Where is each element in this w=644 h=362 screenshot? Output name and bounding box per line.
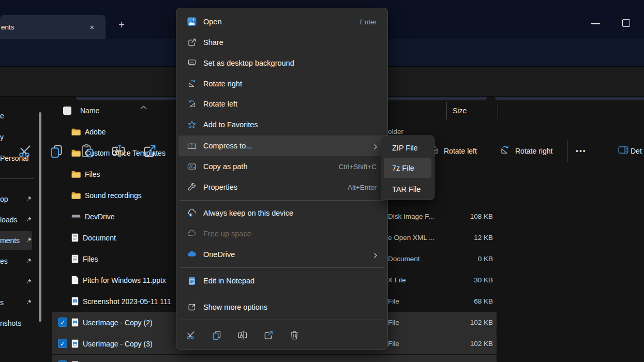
image-file-icon	[71, 318, 79, 327]
menu-item-rotate-right[interactable]: Rotate right	[178, 73, 386, 94]
menu-item-always-keep-on-device[interactable]: Always keep on this device	[178, 203, 386, 223]
pin-icon	[25, 237, 32, 245]
star-icon	[187, 119, 197, 130]
menu-item-label: OneDrive	[203, 250, 235, 259]
rotate-right-button[interactable]: Rotate right	[515, 139, 552, 163]
sidebar-item-desktop[interactable]: op	[0, 190, 50, 208]
drive-icon	[71, 213, 81, 220]
rename-button[interactable]	[233, 325, 252, 345]
sidebar-item-label: e	[0, 112, 4, 120]
select-all-checkbox[interactable]	[63, 107, 71, 115]
menu-item-label: Add to Favorites	[203, 120, 258, 129]
share-button[interactable]	[259, 325, 278, 345]
desktop-background-icon	[187, 58, 197, 68]
column-separator[interactable]	[498, 102, 498, 119]
menu-item-open[interactable]: Open Enter	[178, 11, 386, 32]
maximize-button[interactable]	[622, 19, 630, 27]
rotate-right-icon[interactable]	[498, 144, 512, 158]
new-tab-button[interactable]: +	[115, 19, 128, 32]
copy-button[interactable]	[207, 325, 226, 345]
checkbox-checked[interactable]: ✓	[58, 318, 67, 327]
sort-ascending-icon[interactable]	[140, 102, 147, 112]
share-icon	[263, 329, 274, 341]
menu-item-add-to-favorites[interactable]: Add to Favorites	[178, 114, 386, 135]
file-size: 0 KB	[437, 255, 493, 263]
file-type: Document	[388, 255, 420, 263]
cloud-sync-check-icon	[187, 208, 197, 218]
rotate-left-icon	[187, 99, 197, 109]
onedrive-cloud-icon	[187, 249, 197, 260]
folder-icon	[71, 149, 81, 157]
sidebar-item-downloads[interactable]: loads	[0, 210, 50, 229]
sidebar-item-music[interactable]	[0, 273, 50, 291]
menu-item-edit-in-notepad[interactable]: Edit in Notepad	[178, 270, 386, 291]
file-name: DevDrive	[85, 213, 115, 221]
copy-icon	[211, 329, 222, 341]
notepad-icon	[187, 276, 197, 286]
details-pane-icon[interactable]	[617, 144, 630, 158]
sidebar-scrollbar[interactable]	[39, 112, 41, 322]
menu-item-label: Share	[203, 38, 223, 47]
cut-button[interactable]	[182, 325, 200, 345]
menu-item-label: Open	[203, 18, 221, 26]
sidebar-item-home[interactable]: e	[0, 107, 50, 125]
sidebar-item-pictures[interactable]: es	[0, 252, 50, 270]
menu-item-shortcut: Alt+Enter	[348, 184, 377, 191]
sidebar-item-label: nshots	[0, 319, 21, 327]
column-separator[interactable]	[446, 102, 447, 119]
submenu-item-zip-file[interactable]: ZIP File	[384, 138, 431, 158]
file-type: File	[388, 297, 399, 305]
zip-folder-icon	[187, 141, 197, 151]
submenu-item-tar-file[interactable]: TAR File	[384, 179, 431, 199]
details-pane-button-partial[interactable]: Det	[631, 139, 642, 163]
sidebar-divider	[0, 340, 34, 340]
sidebar-item-onedrive-personal[interactable]: Personal	[0, 149, 50, 168]
menu-item-share[interactable]: Share	[178, 32, 386, 53]
submenu-chevron-icon	[372, 143, 379, 152]
file-row-selected-partial[interactable]: ✓	[52, 355, 497, 362]
file-name: Files	[85, 170, 100, 178]
menu-item-label: Always keep on this device	[203, 209, 293, 217]
menu-item-rotate-left[interactable]: Rotate left	[178, 94, 386, 114]
folder-icon	[71, 192, 81, 199]
file-explorer-window: ents × + OneDrive › Zac	[0, 0, 644, 362]
sidebar-item-videos[interactable]: s	[0, 293, 50, 312]
menu-item-properties[interactable]: Properties Alt+Enter	[178, 177, 386, 198]
tab-close-icon[interactable]: ×	[86, 21, 98, 34]
toolbar-divider	[567, 140, 568, 162]
menu-item-label: Compress to...	[203, 142, 252, 150]
menu-item-set-as-desktop-background[interactable]: Set as desktop background	[178, 53, 386, 73]
sidebar-divider	[0, 178, 34, 179]
menu-item-compress-to[interactable]: Compress to...	[178, 135, 386, 156]
sidebar-item-screenshots[interactable]: nshots	[0, 314, 50, 333]
file-name: Files	[83, 255, 98, 263]
sidebar-item-documents[interactable]: ments	[0, 231, 32, 250]
menu-item-label: Free up space	[203, 230, 251, 238]
column-header-name[interactable]: Name	[80, 103, 99, 118]
minimize-button[interactable]	[591, 23, 600, 24]
file-name: Screenshot 2023-05-11 111	[83, 297, 171, 306]
pin-icon	[25, 216, 32, 224]
checkbox-checked[interactable]: ✓	[58, 339, 67, 348]
document-icon	[71, 254, 79, 263]
submenu-item-7z-file[interactable]: 7z File	[384, 158, 431, 178]
sidebar-item-gallery[interactable]: y	[0, 128, 50, 146]
tab-documents[interactable]: ents ×	[0, 15, 106, 39]
file-type: older	[388, 128, 403, 135]
more-options-button[interactable]: •••	[576, 139, 587, 163]
menu-item-show-more-options[interactable]: Show more options	[178, 297, 386, 318]
rename-icon	[237, 329, 248, 341]
file-icon	[71, 276, 79, 284]
cut-icon	[185, 329, 197, 341]
menu-divider	[179, 294, 384, 294]
column-header-size[interactable]: Size	[453, 103, 467, 118]
menu-item-label: Show more options	[203, 303, 267, 311]
menu-item-label: Rotate right	[203, 80, 242, 88]
file-name: Adobe	[85, 128, 106, 136]
menu-item-copy-as-path[interactable]: Copy as path Ctrl+Shift+C	[178, 156, 386, 177]
menu-item-onedrive[interactable]: OneDrive	[178, 244, 386, 265]
rotate-right-icon	[187, 79, 197, 89]
sidebar-item-label: ments	[0, 236, 20, 245]
delete-button[interactable]	[285, 325, 304, 345]
image-file-icon	[71, 297, 79, 306]
